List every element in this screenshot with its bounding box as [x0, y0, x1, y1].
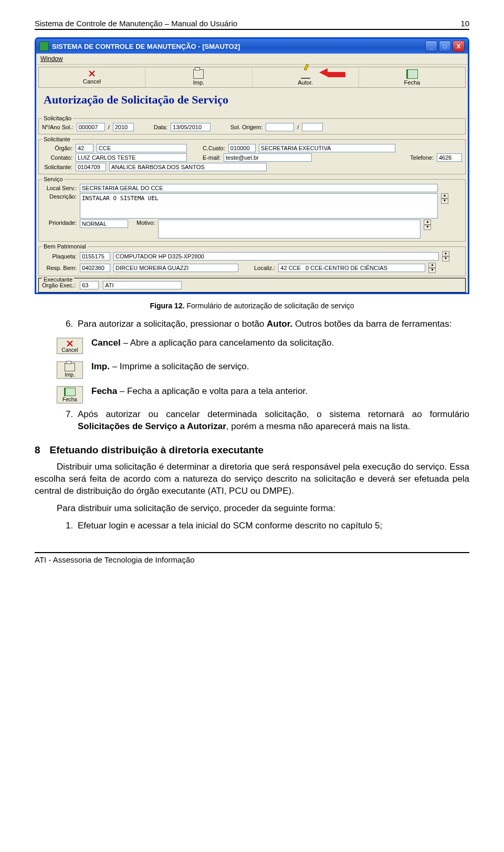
tel-input[interactable] — [437, 153, 462, 162]
solic-label: Solicitante: — [42, 164, 72, 170]
section-8-text: Efetuando distribuição à diretoria execu… — [50, 444, 264, 456]
fecha-label: Fecha — [404, 79, 421, 86]
step6-bold: Autor. — [267, 319, 292, 329]
cancel-icon — [87, 69, 97, 78]
doc-title: Sistema de Controle de Manutenção – Manu… — [35, 19, 237, 28]
step-7: Após autorizar ou cancelar determinada s… — [76, 409, 469, 433]
executante-bar: Executante Órgão Exec.: — [38, 278, 466, 293]
desc-cancel-row: Cancel Cancel – Abre a aplicação para ca… — [57, 338, 469, 354]
menubar: Window — [36, 54, 468, 65]
imp-rest: – Imprime a solicitação de serviço. — [110, 361, 249, 371]
maximize-button[interactable]: □ — [439, 40, 451, 52]
legend-solicitacao: Solicitação — [42, 115, 73, 121]
solic-nome-input[interactable] — [109, 163, 267, 171]
fecha-button[interactable]: Fecha — [359, 67, 465, 87]
ccusto-cod-input[interactable] — [228, 144, 256, 152]
printer-icon — [65, 363, 75, 371]
data-label: Data: — [154, 124, 167, 130]
section8-p2: Para distribuir uma solicitação de servi… — [35, 503, 469, 515]
plaq-cod-input[interactable] — [80, 252, 110, 261]
door-icon — [64, 388, 76, 396]
header-rule — [35, 29, 469, 30]
cancel-icon — [65, 339, 75, 347]
mini-imp-label: Imp. — [65, 372, 75, 378]
pencil-icon — [301, 69, 310, 79]
arrow-callout — [319, 68, 345, 78]
form-heading: Autorização de Solicitação de Serviço — [36, 90, 468, 115]
desc-fecha-row: Fecha Fecha – Fecha a aplicação e volta … — [57, 386, 469, 403]
loc-label: Localiz.: — [254, 265, 275, 271]
plaq-label: Plaqueta: — [42, 253, 77, 259]
prio-input[interactable] — [80, 220, 128, 228]
loc-input[interactable] — [278, 264, 425, 272]
legend-solicitante: Solicitante — [42, 136, 72, 142]
step6-b: Outros botões da barra de ferramentas: — [295, 319, 452, 329]
ccusto-label: C.Custo: — [203, 145, 225, 151]
mini-fecha-button[interactable]: Fecha — [57, 386, 83, 403]
local-label: Local Serv.: — [42, 185, 77, 191]
origem-num-input[interactable] — [266, 123, 294, 131]
exec-nome-input[interactable] — [103, 281, 182, 289]
local-input[interactable] — [80, 184, 438, 192]
autor-button[interactable]: Autor. — [253, 67, 359, 87]
figure-num: Figura 12. — [150, 302, 184, 310]
fecha-bold: Fecha — [91, 386, 117, 396]
descr-spinner[interactable]: ▲▼ — [441, 193, 448, 204]
data-input[interactable] — [171, 123, 211, 131]
num-input[interactable] — [77, 123, 105, 131]
num-label: Nº/Ano Sol.: — [42, 124, 74, 130]
step7-b: , porém a mesma não aparecerá mais na li… — [226, 421, 411, 431]
cancel-label: Cancel — [83, 78, 101, 85]
descr-label: Descrição: — [42, 193, 77, 200]
contato-label: Contato: — [42, 154, 72, 161]
step7-a: Após autorizar ou cancelar determinada s… — [78, 409, 469, 419]
fieldset-servico: Serviço Local Serv.: Descrição: ▲▼ Prior… — [38, 176, 466, 242]
titlebar: SISTEMA DE CONTROLE DE MANUTENÇÃO - [SMA… — [36, 39, 468, 54]
cancel-button[interactable]: Cancel — [39, 67, 145, 87]
email-input[interactable] — [224, 153, 312, 162]
num-sep: / — [108, 124, 110, 130]
prio-label: Prioridade: — [42, 220, 77, 226]
loc-spinner[interactable]: ▲▼ — [428, 263, 436, 273]
origem-label: Sol. Origem: — [230, 124, 262, 130]
footer: ATI - Assessoria de Tecnologia de Inform… — [35, 552, 469, 564]
solic-cod-input[interactable] — [76, 163, 106, 171]
section8-li1: Efetuar login e acessar a tela inicial d… — [76, 520, 469, 532]
mini-fecha-label: Fecha — [62, 397, 77, 402]
contato-input[interactable] — [76, 153, 187, 162]
cancel-rest: – Abre a aplicação para cancelamento da … — [121, 338, 334, 348]
minimize-button[interactable]: _ — [425, 40, 437, 52]
motivo-spinner[interactable]: ▲▼ — [424, 220, 431, 230]
plaq-nome-input[interactable] — [113, 252, 439, 261]
origem-ano-input[interactable] — [302, 123, 323, 131]
print-label: Imp. — [193, 79, 204, 86]
print-button[interactable]: Imp. — [145, 67, 252, 87]
mini-cancel-button[interactable]: Cancel — [57, 338, 83, 354]
door-icon — [406, 69, 418, 79]
orgao-nome-input[interactable] — [97, 144, 187, 152]
legend-bem: Bem Patrimonial — [42, 243, 88, 250]
ano-input[interactable] — [113, 123, 134, 131]
resp-cod-input[interactable] — [80, 264, 110, 272]
section-8-num: 8 — [35, 444, 40, 456]
resp-nome-input[interactable] — [113, 264, 238, 272]
window-title: SISTEMA DE CONTROLE DE MANUTENÇÃO - [SMA… — [52, 43, 240, 50]
exec-label: Órgão Exec.: — [42, 282, 76, 288]
app-window: SISTEMA DE CONTROLE DE MANUTENÇÃO - [SMA… — [35, 37, 469, 294]
app-icon — [39, 41, 49, 51]
orgao-cod-input[interactable] — [76, 144, 93, 152]
mini-cancel-label: Cancel — [61, 347, 78, 353]
exec-cod-input[interactable] — [80, 281, 99, 289]
menu-window[interactable]: Window — [40, 55, 63, 63]
close-button[interactable]: X — [453, 40, 465, 52]
fecha-rest: – Fecha a aplicação e volta para a tela … — [117, 386, 308, 396]
mini-imp-button[interactable]: Imp. — [57, 361, 83, 379]
fieldset-solicitante: Solicitante Órgão: C.Custo: Contato: E-m… — [38, 136, 466, 174]
page-number: 10 — [460, 19, 469, 28]
plaq-spinner[interactable]: ▲▼ — [442, 251, 449, 262]
motivo-textarea[interactable] — [158, 220, 421, 238]
tel-label: Telefone: — [410, 154, 434, 161]
ccusto-nome-input[interactable] — [259, 144, 395, 152]
cancel-bold: Cancel — [91, 338, 121, 348]
descr-textarea[interactable] — [80, 193, 438, 219]
